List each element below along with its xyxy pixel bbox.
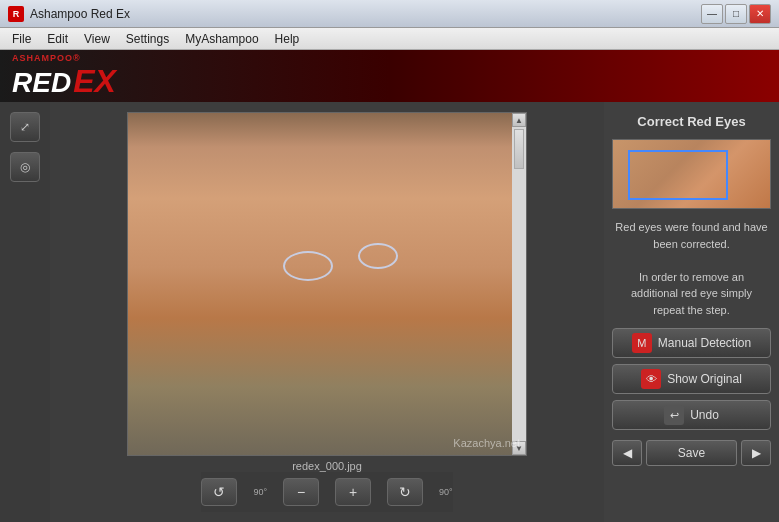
brand-logo: ASHAMPOO® RED EX bbox=[12, 53, 116, 100]
rotate-left-label: 90° bbox=[253, 487, 267, 497]
panel-title: Correct Red Eyes bbox=[612, 110, 771, 133]
title-bar: R Ashampoo Red Ex — □ ✕ bbox=[0, 0, 779, 28]
brand-bar: ASHAMPOO® RED EX bbox=[0, 50, 779, 102]
manual-detection-label: Manual Detection bbox=[658, 336, 751, 350]
zoom-in-button[interactable]: + bbox=[335, 478, 371, 506]
zoom-out-icon: − bbox=[297, 484, 305, 500]
right-panel: Correct Red Eyes Red eyes were found and… bbox=[604, 102, 779, 522]
show-original-button[interactable]: 👁 Show Original bbox=[612, 364, 771, 394]
menu-edit[interactable]: Edit bbox=[39, 30, 76, 48]
show-original-label: Show Original bbox=[667, 372, 742, 386]
brand-ashampoo-text: ASHAMPOO® bbox=[12, 53, 81, 63]
expand-button[interactable]: ⤢ bbox=[10, 112, 40, 142]
brand-red-text: RED bbox=[12, 67, 71, 99]
rotate-right-icon: ↻ bbox=[399, 484, 411, 500]
undo-icon-symbol: ↩ bbox=[670, 409, 679, 422]
manual-detection-button[interactable]: M Manual Detection bbox=[612, 328, 771, 358]
navigation-bar: ◀ Save ▶ bbox=[612, 440, 771, 466]
navigate-button[interactable]: ◎ bbox=[10, 152, 40, 182]
main-content: ⤢ ◎ ▲ ▼ Kazachya.net redex bbox=[0, 102, 779, 522]
previous-button[interactable]: ◀ bbox=[612, 440, 642, 466]
app-icon: R bbox=[8, 6, 24, 22]
window-controls: — □ ✕ bbox=[701, 4, 771, 24]
scroll-up-button[interactable]: ▲ bbox=[512, 113, 526, 127]
undo-button[interactable]: ↩ Undo bbox=[612, 400, 771, 430]
menu-settings[interactable]: Settings bbox=[118, 30, 177, 48]
zoom-out-button[interactable]: − bbox=[283, 478, 319, 506]
save-label: Save bbox=[678, 446, 705, 460]
brand-ex-text: EX bbox=[73, 63, 116, 100]
next-button[interactable]: ▶ bbox=[741, 440, 771, 466]
rotate-left-button[interactable]: ↺ bbox=[201, 478, 237, 506]
manual-icon-symbol: M bbox=[637, 337, 646, 349]
brand-red-ex: RED EX bbox=[12, 63, 116, 100]
undo-label: Undo bbox=[690, 408, 719, 422]
save-button[interactable]: Save bbox=[646, 440, 737, 466]
photo-background bbox=[128, 113, 526, 455]
image-container: ▲ ▼ Kazachya.net bbox=[127, 112, 527, 456]
image-scrollbar[interactable]: ▲ ▼ bbox=[512, 113, 526, 455]
app-icon-letter: R bbox=[13, 9, 20, 19]
rotate-right-label: 90° bbox=[439, 487, 453, 497]
main-image: ▲ ▼ bbox=[128, 113, 526, 455]
eye-icon-symbol: 👁 bbox=[646, 373, 657, 385]
left-panel: ⤢ ◎ bbox=[0, 102, 50, 522]
show-original-icon: 👁 bbox=[641, 369, 661, 389]
close-button[interactable]: ✕ bbox=[749, 4, 771, 24]
scroll-thumb[interactable] bbox=[514, 129, 524, 169]
menu-view[interactable]: View bbox=[76, 30, 118, 48]
center-panel: ▲ ▼ Kazachya.net redex_000.jpg ↺ 90° − + bbox=[50, 102, 604, 522]
image-filename: redex_000.jpg bbox=[292, 460, 362, 472]
rotate-right-button[interactable]: ↻ bbox=[387, 478, 423, 506]
status-text-content: Red eyes were found and have been correc… bbox=[615, 221, 767, 316]
title-text: Ashampoo Red Ex bbox=[30, 7, 701, 21]
eye-preview-image bbox=[613, 140, 770, 208]
zoom-in-icon: + bbox=[349, 484, 357, 500]
scroll-track bbox=[512, 127, 526, 441]
minimize-button[interactable]: — bbox=[701, 4, 723, 24]
menu-help[interactable]: Help bbox=[267, 30, 308, 48]
undo-icon: ↩ bbox=[664, 405, 684, 425]
eye-detection-box bbox=[628, 150, 728, 200]
manual-detection-icon: M bbox=[632, 333, 652, 353]
rotate-left-icon: ↺ bbox=[213, 484, 225, 500]
maximize-button[interactable]: □ bbox=[725, 4, 747, 24]
menu-file[interactable]: File bbox=[4, 30, 39, 48]
eye-preview-thumbnail bbox=[612, 139, 771, 209]
bottom-toolbar: ↺ 90° − + ↻ 90° bbox=[201, 472, 452, 512]
status-message: Red eyes were found and have been correc… bbox=[612, 215, 771, 322]
menu-bar: File Edit View Settings MyAshampoo Help bbox=[0, 28, 779, 50]
watermark-text: Kazachya.net bbox=[453, 437, 520, 449]
menu-myashampoo[interactable]: MyAshampoo bbox=[177, 30, 266, 48]
